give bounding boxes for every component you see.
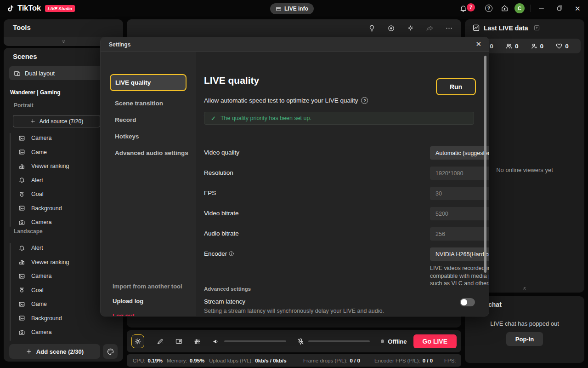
nav-label: Record [115,116,136,123]
likes-stat: 0 [555,42,569,50]
nav-item-record[interactable]: Record [101,111,196,128]
info-icon[interactable] [228,251,234,257]
source-item-camera[interactable]: Camera [16,269,112,283]
home-icon[interactable] [501,4,509,12]
source-label: Camera [31,219,51,225]
gear-icon [134,338,141,345]
live-quality-heading: LIVE quality [204,75,259,86]
stream-latency-description: Setting a stream latency will synchronou… [204,308,384,314]
filters-sliders-icon[interactable] [193,338,201,345]
nav-item-advanced-audio[interactable]: Advanced audio settings [101,144,196,161]
nav-item-live-quality[interactable]: LIVE quality [110,74,187,91]
export-icon[interactable] [533,24,540,31]
person-plus-icon [531,42,538,50]
source-item-viewer-ranking[interactable]: Viewer ranking [16,159,112,173]
go-live-button[interactable]: Go LIVE [413,334,457,348]
encoder-select[interactable]: NVIDIA H265(Hard codec, Recommended) [430,247,489,261]
video-quality-select[interactable]: Automatic (suggested) [430,146,489,160]
upload-log-link[interactable]: Upload log [101,296,196,306]
source-label: Viewer ranking [31,259,69,265]
source-item-goal[interactable]: Goal [16,187,112,201]
source-label: Camera [31,273,51,279]
landscape-source-list: Alert Viewer ranking Camera Goal Game Ba… [16,241,112,339]
share-icon[interactable] [426,24,434,32]
avatar[interactable]: C [514,3,525,13]
nav-label: Hotkeys [115,133,139,140]
live-info-label: LIVE info [284,6,308,12]
notifications-bell-icon[interactable] [459,5,467,12]
restore-window-button[interactable] [556,5,563,12]
source-item-game[interactable]: Game [16,145,112,160]
live-info-button[interactable]: LIVE info [270,3,314,14]
source-item-game[interactable]: Game [16,297,112,311]
source-item-camera[interactable]: Camera [16,131,112,145]
tree-guide-line [10,243,11,341]
encoder-note: LIVE videos recorded in the H.265 encode… [430,264,489,288]
video-bitrate-label: Video bitrate [204,210,239,217]
source-item-background[interactable]: Background [16,311,112,326]
medal-icon [18,287,25,293]
tiktok-logo-icon [6,5,14,12]
portrait-source-list: Camera Game Viewer ranking Alert Goal Ba… [16,131,112,230]
import-tool-link[interactable]: Import from another tool [101,281,196,291]
chevron-double-up-icon [522,285,528,291]
nav-item-scene-transition[interactable]: Scene transition [101,95,196,111]
scene-name: Wanderer | Gaming [10,89,61,96]
bell-icon [18,177,25,184]
chart-icon [472,24,480,32]
record-icon[interactable] [387,24,395,32]
source-label: Goal [31,191,43,197]
stream-toolbar: Offline Go LIVE [127,330,461,352]
speaker-volume-slider[interactable] [224,340,286,342]
log-out-link[interactable]: Log out [101,310,196,316]
source-item-camera-device[interactable]: Camera [16,215,112,230]
topbar-divider [531,5,531,12]
resolution-label: Resolution [204,169,233,176]
help-icon[interactable]: ? [485,5,492,12]
microphone-muted-icon[interactable] [297,338,305,345]
select-value: 1920*1080 [435,170,463,177]
stream-status-label: Offline [388,338,407,345]
quality-priority-banner: ✓ The quality priority has been set up. [204,112,474,125]
settings-nav: LIVE quality Scene transition Record Hot… [101,52,196,316]
lightbulb-icon[interactable] [368,24,376,32]
settings-button[interactable] [131,334,144,348]
help-icon[interactable]: ? [361,97,368,104]
effects-sparkle-icon[interactable] [407,24,414,32]
dual-layout-icon [14,70,21,77]
speaker-icon[interactable] [212,338,220,345]
theme-palette-button[interactable] [103,344,118,359]
source-item-goal[interactable]: Goal [16,283,112,298]
notification-badge[interactable]: 7 [467,3,475,12]
stream-latency-toggle[interactable] [460,298,475,306]
close-window-button[interactable]: ✕ [575,5,581,12]
source-item-camera-device[interactable]: Camera [16,325,112,339]
add-source-button[interactable]: Add source (7/20) [13,115,100,127]
source-item-alert[interactable]: Alert [16,173,112,188]
mic-volume-slider[interactable] [308,340,370,342]
virtual-sound-icon[interactable] [175,338,183,345]
collapse-panel-button[interactable] [522,285,528,291]
modal-scrollbar[interactable] [484,56,486,273]
log-out-label: Log out [113,312,135,317]
nav-item-hotkeys[interactable]: Hotkeys [101,128,196,144]
source-item-alert[interactable]: Alert [16,241,112,255]
source-item-viewer-ranking[interactable]: Viewer ranking [16,255,112,270]
tree-guide-line [10,133,11,227]
fps-stat: FPS: [444,354,458,367]
source-item-background[interactable]: Background [16,201,112,216]
plus-icon [30,118,36,124]
advanced-settings-label: Advanced settings [204,286,251,292]
add-scene-button[interactable]: Add scene (2/30) [9,344,100,359]
select-value: 256 [435,231,445,237]
source-label: Camera [31,329,51,335]
quality-banner-text: The quality priority has been set up. [220,115,311,121]
minimize-button[interactable] [537,4,545,12]
run-speed-test-button[interactable]: Run [436,78,476,95]
dual-layout-label: Dual layout [25,70,55,77]
pop-in-button[interactable]: Pop-in [506,332,543,346]
edit-pen-icon[interactable] [156,338,164,345]
stream-latency-label: Stream latency [204,298,245,305]
close-modal-button[interactable]: ✕ [475,40,481,47]
more-options-icon[interactable] [445,24,453,32]
